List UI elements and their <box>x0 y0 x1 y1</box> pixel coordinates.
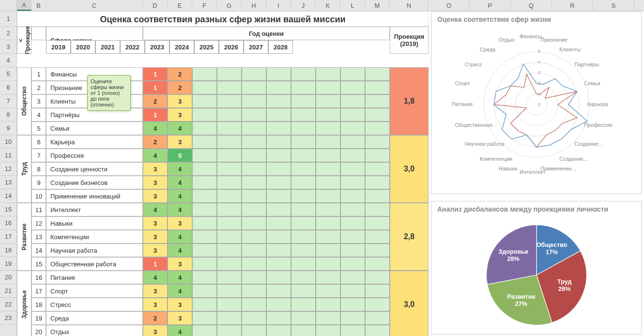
cell[interactable] <box>217 230 242 244</box>
cell[interactable] <box>217 257 242 271</box>
cell[interactable] <box>316 176 340 189</box>
cell[interactable] <box>340 216 365 230</box>
cell[interactable] <box>365 189 390 203</box>
cell[interactable] <box>217 244 242 257</box>
row-header-19[interactable]: 19 <box>0 257 16 271</box>
col-header-B[interactable]: B <box>31 0 46 11</box>
year-2024[interactable]: 2024 <box>169 40 194 54</box>
cell[interactable] <box>242 176 266 189</box>
cell[interactable]: 2 <box>143 94 168 108</box>
cell[interactable] <box>316 108 340 122</box>
cell[interactable] <box>365 311 390 325</box>
cell[interactable] <box>217 162 242 176</box>
cell[interactable] <box>316 203 340 216</box>
row-num[interactable]: 5 <box>31 122 46 135</box>
cell[interactable] <box>266 230 291 244</box>
cell[interactable]: 2 <box>168 81 192 94</box>
cell[interactable] <box>365 325 390 336</box>
cell[interactable]: 3 <box>143 244 168 257</box>
cell[interactable]: 3 <box>168 216 192 230</box>
year-2020[interactable]: 2020 <box>71 40 95 54</box>
row-header-18[interactable]: 18 <box>0 244 16 257</box>
cell[interactable] <box>291 216 316 230</box>
cell[interactable] <box>192 284 217 298</box>
cell[interactable] <box>340 135 365 149</box>
cell[interactable] <box>217 108 242 122</box>
cell[interactable] <box>192 298 217 311</box>
cell[interactable] <box>242 135 266 149</box>
cell[interactable] <box>340 149 365 162</box>
cell[interactable] <box>242 122 266 135</box>
cell[interactable] <box>365 284 390 298</box>
cell[interactable] <box>242 311 266 325</box>
cell[interactable] <box>217 271 242 284</box>
group-Общество[interactable]: Общество <box>17 67 31 135</box>
cell[interactable] <box>340 271 365 284</box>
cell[interactable] <box>217 203 242 216</box>
cell[interactable] <box>316 311 340 325</box>
cell[interactable]: 4 <box>168 271 192 284</box>
row-header-15[interactable]: 15 <box>0 203 16 216</box>
cell[interactable] <box>242 162 266 176</box>
row-header-3[interactable]: 3 <box>0 40 16 54</box>
group-Здоровье[interactable]: Здоровье <box>17 271 31 336</box>
cell[interactable] <box>316 94 340 108</box>
cell[interactable] <box>365 298 390 311</box>
cell[interactable] <box>291 244 316 257</box>
cell[interactable] <box>266 216 291 230</box>
group-Развитие[interactable]: Развитие <box>17 203 31 271</box>
cell[interactable] <box>365 176 390 189</box>
sphere-name[interactable]: Питание <box>46 271 143 284</box>
row-num[interactable]: 13 <box>31 230 46 244</box>
row-num[interactable]: 15 <box>31 257 46 271</box>
cell[interactable] <box>291 176 316 189</box>
cell[interactable] <box>192 325 217 336</box>
cell[interactable] <box>291 230 316 244</box>
sphere-name[interactable]: Навыки <box>46 216 143 230</box>
cell[interactable] <box>340 67 365 81</box>
row-num[interactable]: 4 <box>31 108 46 122</box>
col-header-F[interactable]: F <box>192 0 217 11</box>
row-header-4[interactable]: 4 <box>0 54 16 67</box>
row-num[interactable]: 16 <box>31 271 46 284</box>
cell[interactable] <box>242 149 266 162</box>
sphere-name[interactable]: Применение инноваций <box>46 189 143 203</box>
row-header-20[interactable]: 20 <box>0 271 16 284</box>
cell[interactable] <box>192 149 217 162</box>
cell[interactable] <box>291 135 316 149</box>
cell[interactable] <box>192 271 217 284</box>
cell[interactable]: 4 <box>168 325 192 336</box>
sphere-name[interactable]: Создание ценности <box>46 162 143 176</box>
cell[interactable] <box>266 135 291 149</box>
cell[interactable] <box>365 122 390 135</box>
cell[interactable]: 3 <box>143 284 168 298</box>
cell[interactable] <box>291 108 316 122</box>
col-header-A[interactable]: A <box>17 0 31 11</box>
cell[interactable] <box>340 325 365 336</box>
projection-column-header[interactable]: < Проекция <box>17 27 31 54</box>
cell[interactable] <box>217 135 242 149</box>
cell[interactable]: 4 <box>168 230 192 244</box>
cell[interactable] <box>291 149 316 162</box>
row-header-7[interactable]: 7 <box>0 94 16 108</box>
cell[interactable] <box>266 257 291 271</box>
cell[interactable] <box>266 298 291 311</box>
cell[interactable] <box>340 257 365 271</box>
cell[interactable] <box>217 298 242 311</box>
sphere-name[interactable]: Общественная работа <box>46 257 143 271</box>
year-2028[interactable]: 2028 <box>268 40 293 54</box>
row-header-17[interactable]: 17 <box>0 230 16 244</box>
cell[interactable] <box>316 230 340 244</box>
cell[interactable] <box>217 176 242 189</box>
cell[interactable] <box>340 189 365 203</box>
row-header-6[interactable]: 6 <box>0 81 16 94</box>
cell[interactable]: 1 <box>143 257 168 271</box>
cell[interactable] <box>192 108 217 122</box>
cell[interactable] <box>291 284 316 298</box>
cell[interactable]: 3 <box>143 216 168 230</box>
group-Труд[interactable]: Труд <box>17 135 31 203</box>
cell[interactable] <box>192 94 217 108</box>
cell[interactable] <box>192 203 217 216</box>
cell[interactable] <box>316 81 340 94</box>
col-header-K[interactable]: K <box>316 0 340 11</box>
